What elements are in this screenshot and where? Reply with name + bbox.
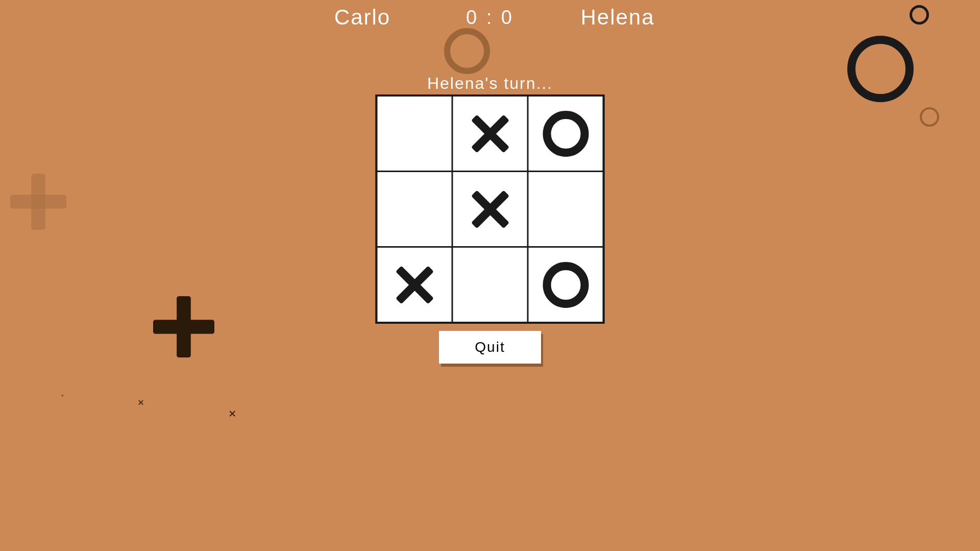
cell-1-0[interactable] (378, 172, 452, 246)
decorative-cross-tiny1: ✕ (61, 393, 64, 398)
cell-2-0[interactable] (378, 248, 452, 322)
cell-1-1[interactable] (453, 172, 527, 246)
header: Carlo 0 : 0 Helena (0, 0, 980, 30)
cell-2-2[interactable] (529, 248, 603, 322)
cell-2-1[interactable] (453, 248, 527, 322)
score-display: 0 : 0 (439, 7, 541, 29)
decorative-cross-tiny3: ✕ (229, 406, 236, 421)
decorative-circle-brown-top (444, 28, 490, 74)
o-mark (543, 111, 589, 157)
turn-indicator: Helena's turn... (427, 74, 553, 93)
cell-0-0[interactable] (378, 97, 452, 171)
player2-name: Helena (541, 5, 694, 30)
decorative-circle-black-large (847, 36, 914, 102)
cell-0-2[interactable] (529, 97, 603, 171)
player1-name: Carlo (286, 5, 439, 30)
o-mark (543, 262, 589, 308)
x-mark (467, 111, 513, 157)
svg-rect-2 (177, 296, 191, 357)
quit-button[interactable]: Quit (439, 331, 541, 364)
x-mark (391, 262, 437, 308)
cell-0-1[interactable] (453, 97, 527, 171)
cell-1-2[interactable] (529, 172, 603, 246)
decorative-circle-brown-small (920, 107, 939, 127)
game-board-container (376, 94, 605, 324)
svg-rect-3 (153, 320, 214, 334)
svg-rect-0 (31, 174, 45, 230)
decorative-cross-tiny2: ✕ (138, 396, 144, 409)
game-board (376, 94, 605, 324)
x-mark (467, 186, 513, 232)
decorative-cross-topleft (10, 174, 66, 230)
decorative-cross-bottomleft (153, 296, 214, 357)
svg-rect-1 (10, 195, 66, 209)
